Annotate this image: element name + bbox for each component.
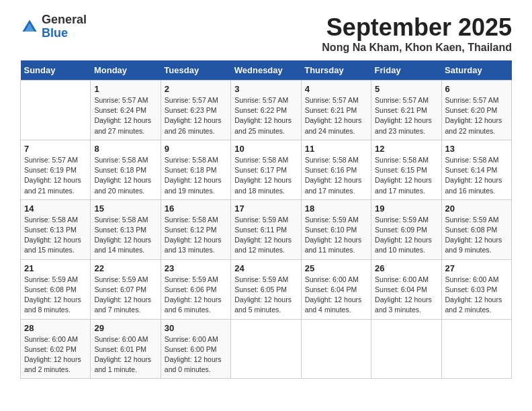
- day-number: 7: [24, 144, 87, 154]
- week-row-3: 14Sunrise: 5:58 AM Sunset: 6:13 PM Dayli…: [21, 199, 512, 259]
- day-number: 13: [445, 144, 508, 154]
- day-info: Sunrise: 6:00 AM Sunset: 6:00 PM Dayligh…: [165, 334, 227, 375]
- day-number: 28: [24, 323, 87, 333]
- day-number: 2: [165, 84, 227, 94]
- day-number: 5: [375, 84, 437, 94]
- day-number: 14: [24, 203, 87, 214]
- month-title: September 2025: [322, 13, 512, 42]
- day-number: 19: [375, 203, 437, 214]
- day-number: 4: [305, 84, 367, 94]
- calendar-cell: 20Sunrise: 5:59 AM Sunset: 6:08 PM Dayli…: [441, 199, 511, 259]
- day-number: 26: [375, 263, 437, 273]
- calendar-cell: 15Sunrise: 5:58 AM Sunset: 6:13 PM Dayli…: [91, 199, 161, 259]
- day-info: Sunrise: 6:00 AM Sunset: 6:01 PM Dayligh…: [94, 334, 157, 375]
- day-number: 1: [94, 84, 157, 94]
- day-number: 16: [165, 203, 227, 214]
- calendar-cell: 11Sunrise: 5:58 AM Sunset: 6:16 PM Dayli…: [301, 140, 371, 199]
- day-number: 27: [445, 263, 508, 273]
- day-number: 21: [24, 263, 87, 273]
- calendar-cell: 9Sunrise: 5:58 AM Sunset: 6:18 PM Daylig…: [161, 140, 230, 199]
- day-info: Sunrise: 5:59 AM Sunset: 6:11 PM Dayligh…: [234, 215, 297, 256]
- day-number: 8: [94, 144, 157, 154]
- weekday-header-monday: Monday: [91, 60, 161, 81]
- weekday-header-thursday: Thursday: [301, 60, 371, 81]
- day-info: Sunrise: 5:57 AM Sunset: 6:21 PM Dayligh…: [375, 95, 437, 136]
- day-number: 9: [165, 144, 227, 154]
- day-info: Sunrise: 5:58 AM Sunset: 6:14 PM Dayligh…: [445, 155, 508, 196]
- calendar-cell: 27Sunrise: 6:00 AM Sunset: 6:03 PM Dayli…: [441, 259, 511, 319]
- calendar-table: SundayMondayTuesdayWednesdayThursdayFrid…: [20, 60, 512, 379]
- day-info: Sunrise: 5:59 AM Sunset: 6:08 PM Dayligh…: [24, 275, 87, 316]
- day-info: Sunrise: 5:59 AM Sunset: 6:05 PM Dayligh…: [234, 275, 297, 316]
- week-row-5: 28Sunrise: 6:00 AM Sunset: 6:02 PM Dayli…: [21, 319, 512, 379]
- day-info: Sunrise: 5:57 AM Sunset: 6:20 PM Dayligh…: [445, 95, 508, 136]
- day-info: Sunrise: 6:00 AM Sunset: 6:03 PM Dayligh…: [445, 275, 508, 316]
- calendar-cell: 29Sunrise: 6:00 AM Sunset: 6:01 PM Dayli…: [91, 319, 161, 379]
- calendar-cell: 13Sunrise: 5:58 AM Sunset: 6:14 PM Dayli…: [441, 140, 511, 199]
- calendar-cell: 10Sunrise: 5:58 AM Sunset: 6:17 PM Dayli…: [231, 140, 301, 199]
- day-info: Sunrise: 5:59 AM Sunset: 6:07 PM Dayligh…: [94, 275, 157, 316]
- weekday-header-tuesday: Tuesday: [161, 60, 230, 81]
- calendar-cell: 30Sunrise: 6:00 AM Sunset: 6:00 PM Dayli…: [161, 319, 230, 379]
- day-info: Sunrise: 6:00 AM Sunset: 6:04 PM Dayligh…: [375, 275, 437, 316]
- day-info: Sunrise: 5:59 AM Sunset: 6:06 PM Dayligh…: [165, 275, 227, 316]
- logo-icon: [20, 17, 39, 36]
- day-number: 25: [305, 263, 367, 273]
- calendar-cell: 18Sunrise: 5:59 AM Sunset: 6:10 PM Dayli…: [301, 199, 371, 259]
- day-number: 3: [234, 84, 297, 94]
- calendar-cell: 24Sunrise: 5:59 AM Sunset: 6:05 PM Dayli…: [231, 259, 301, 319]
- day-number: 11: [305, 144, 367, 154]
- calendar-cell: [231, 319, 301, 379]
- calendar-cell: 6Sunrise: 5:57 AM Sunset: 6:20 PM Daylig…: [441, 81, 511, 140]
- calendar-cell: 19Sunrise: 5:59 AM Sunset: 6:09 PM Dayli…: [371, 199, 441, 259]
- day-info: Sunrise: 5:57 AM Sunset: 6:21 PM Dayligh…: [305, 95, 367, 136]
- calendar-cell: 8Sunrise: 5:58 AM Sunset: 6:18 PM Daylig…: [91, 140, 161, 199]
- calendar-cell: 25Sunrise: 6:00 AM Sunset: 6:04 PM Dayli…: [301, 259, 371, 319]
- day-info: Sunrise: 5:57 AM Sunset: 6:22 PM Dayligh…: [234, 95, 297, 136]
- calendar-cell: 17Sunrise: 5:59 AM Sunset: 6:11 PM Dayli…: [231, 199, 301, 259]
- calendar-cell: 16Sunrise: 5:58 AM Sunset: 6:12 PM Dayli…: [161, 199, 230, 259]
- weekday-header-wednesday: Wednesday: [231, 60, 301, 81]
- week-row-1: 1Sunrise: 5:57 AM Sunset: 6:24 PM Daylig…: [21, 81, 512, 140]
- calendar-cell: [301, 319, 371, 379]
- calendar-cell: 28Sunrise: 6:00 AM Sunset: 6:02 PM Dayli…: [21, 319, 91, 379]
- calendar-cell: 7Sunrise: 5:57 AM Sunset: 6:19 PM Daylig…: [21, 140, 91, 199]
- weekday-header-sunday: Sunday: [21, 60, 91, 81]
- logo-blue-text: Blue: [42, 27, 87, 40]
- day-number: 23: [165, 263, 227, 273]
- calendar-cell: 26Sunrise: 6:00 AM Sunset: 6:04 PM Dayli…: [371, 259, 441, 319]
- day-number: 29: [94, 323, 157, 333]
- day-number: 6: [445, 84, 508, 94]
- day-info: Sunrise: 5:58 AM Sunset: 6:17 PM Dayligh…: [234, 155, 297, 196]
- day-info: Sunrise: 6:00 AM Sunset: 6:02 PM Dayligh…: [24, 334, 87, 375]
- day-info: Sunrise: 5:58 AM Sunset: 6:13 PM Dayligh…: [24, 215, 87, 256]
- day-number: 30: [165, 323, 227, 333]
- weekday-header-friday: Friday: [371, 60, 441, 81]
- calendar-cell: 21Sunrise: 5:59 AM Sunset: 6:08 PM Dayli…: [21, 259, 91, 319]
- day-info: Sunrise: 5:58 AM Sunset: 6:12 PM Dayligh…: [165, 215, 227, 256]
- logo-general-text: General: [42, 13, 87, 27]
- day-info: Sunrise: 5:58 AM Sunset: 6:18 PM Dayligh…: [94, 155, 157, 196]
- day-number: 17: [234, 203, 297, 214]
- day-number: 20: [445, 203, 508, 214]
- calendar-cell: 23Sunrise: 5:59 AM Sunset: 6:06 PM Dayli…: [161, 259, 230, 319]
- day-info: Sunrise: 5:59 AM Sunset: 6:09 PM Dayligh…: [375, 215, 437, 256]
- calendar-cell: 2Sunrise: 5:57 AM Sunset: 6:23 PM Daylig…: [161, 81, 230, 140]
- week-row-2: 7Sunrise: 5:57 AM Sunset: 6:19 PM Daylig…: [21, 140, 512, 199]
- calendar-cell: 4Sunrise: 5:57 AM Sunset: 6:21 PM Daylig…: [301, 81, 371, 140]
- day-info: Sunrise: 5:58 AM Sunset: 6:13 PM Dayligh…: [94, 215, 157, 256]
- calendar-cell: [21, 81, 91, 140]
- day-number: 22: [94, 263, 157, 273]
- calendar-cell: 22Sunrise: 5:59 AM Sunset: 6:07 PM Dayli…: [91, 259, 161, 319]
- day-info: Sunrise: 5:58 AM Sunset: 6:16 PM Dayligh…: [305, 155, 367, 196]
- calendar-cell: 1Sunrise: 5:57 AM Sunset: 6:24 PM Daylig…: [91, 81, 161, 140]
- calendar-cell: [441, 319, 511, 379]
- calendar-cell: 3Sunrise: 5:57 AM Sunset: 6:22 PM Daylig…: [231, 81, 301, 140]
- day-info: Sunrise: 5:57 AM Sunset: 6:24 PM Dayligh…: [94, 95, 157, 136]
- day-number: 10: [234, 144, 297, 154]
- location-title: Nong Na Kham, Khon Kaen, Thailand: [322, 42, 512, 54]
- day-info: Sunrise: 5:57 AM Sunset: 6:19 PM Dayligh…: [24, 155, 87, 196]
- day-info: Sunrise: 6:00 AM Sunset: 6:04 PM Dayligh…: [305, 275, 367, 316]
- day-info: Sunrise: 5:58 AM Sunset: 6:18 PM Dayligh…: [165, 155, 227, 196]
- day-info: Sunrise: 5:58 AM Sunset: 6:15 PM Dayligh…: [375, 155, 437, 196]
